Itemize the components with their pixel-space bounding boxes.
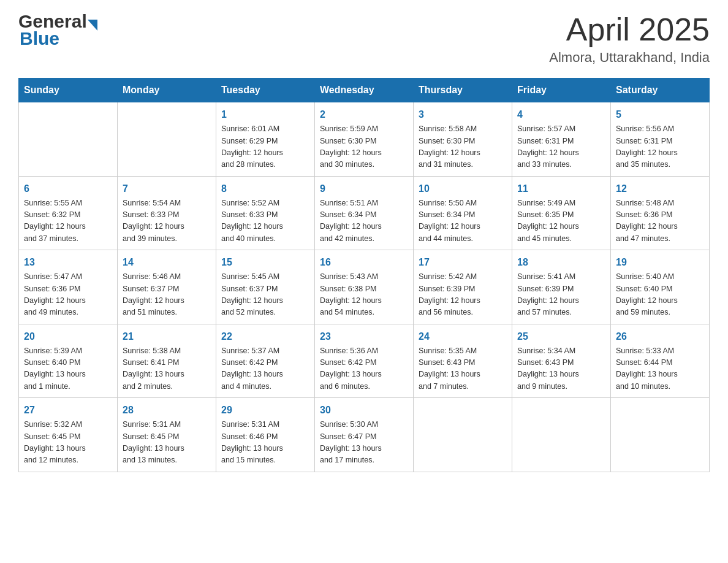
day-number: 21	[123, 329, 211, 344]
day-info: Sunrise: 5:56 AMSunset: 6:31 PMDaylight:…	[616, 123, 704, 171]
calendar-cell: 6Sunrise: 5:55 AMSunset: 6:32 PMDaylight…	[19, 176, 118, 250]
day-info: Sunrise: 5:40 AMSunset: 6:40 PMDaylight:…	[616, 271, 704, 319]
calendar-cell: 3Sunrise: 5:58 AMSunset: 6:30 PMDaylight…	[414, 102, 512, 177]
title-block: April 2025 Almora, Uttarakhand, India	[549, 12, 710, 66]
day-number: 17	[419, 255, 507, 270]
calendar-header-wednesday: Wednesday	[315, 79, 414, 102]
day-number: 29	[221, 403, 309, 418]
calendar-cell	[512, 398, 611, 472]
day-info: Sunrise: 5:47 AMSunset: 6:36 PMDaylight:…	[24, 271, 112, 319]
day-number: 27	[24, 403, 112, 418]
calendar-cell: 8Sunrise: 5:52 AMSunset: 6:33 PMDaylight…	[216, 176, 315, 250]
day-info: Sunrise: 5:35 AMSunset: 6:43 PMDaylight:…	[419, 345, 507, 393]
day-number: 26	[616, 329, 704, 344]
day-info: Sunrise: 5:39 AMSunset: 6:40 PMDaylight:…	[24, 345, 112, 393]
calendar-cell	[414, 398, 512, 472]
calendar-table: SundayMondayTuesdayWednesdayThursdayFrid…	[18, 78, 710, 472]
day-info: Sunrise: 5:55 AMSunset: 6:32 PMDaylight:…	[24, 197, 112, 245]
calendar-cell: 30Sunrise: 5:30 AMSunset: 6:47 PMDayligh…	[315, 398, 414, 472]
logo: General Blue	[18, 12, 97, 49]
calendar-cell: 5Sunrise: 5:56 AMSunset: 6:31 PMDaylight…	[611, 102, 710, 177]
day-number: 25	[517, 329, 605, 344]
day-number: 24	[419, 329, 507, 344]
day-info: Sunrise: 5:49 AMSunset: 6:35 PMDaylight:…	[517, 197, 605, 245]
day-info: Sunrise: 5:31 AMSunset: 6:46 PMDaylight:…	[221, 419, 309, 467]
day-number: 30	[320, 403, 408, 418]
day-info: Sunrise: 6:01 AMSunset: 6:29 PMDaylight:…	[221, 123, 309, 171]
calendar-cell: 11Sunrise: 5:49 AMSunset: 6:35 PMDayligh…	[512, 176, 611, 250]
day-info: Sunrise: 5:50 AMSunset: 6:34 PMDaylight:…	[419, 197, 507, 245]
calendar-week-row: 6Sunrise: 5:55 AMSunset: 6:32 PMDaylight…	[19, 176, 710, 250]
day-number: 12	[616, 182, 704, 196]
logo-flag-icon	[88, 20, 97, 31]
page-title: April 2025	[549, 12, 710, 47]
calendar-header-thursday: Thursday	[414, 79, 512, 102]
calendar-cell: 15Sunrise: 5:45 AMSunset: 6:37 PMDayligh…	[216, 250, 315, 324]
calendar-cell: 25Sunrise: 5:34 AMSunset: 6:43 PMDayligh…	[512, 324, 611, 398]
page-header: General Blue April 2025 Almora, Uttarakh…	[18, 12, 710, 66]
day-number: 22	[221, 329, 309, 344]
day-number: 18	[517, 255, 605, 270]
day-number: 1	[221, 107, 309, 122]
calendar-week-row: 1Sunrise: 6:01 AMSunset: 6:29 PMDaylight…	[19, 102, 710, 177]
day-number: 15	[221, 255, 309, 270]
day-number: 10	[419, 182, 507, 196]
day-info: Sunrise: 5:31 AMSunset: 6:45 PMDaylight:…	[123, 419, 211, 467]
day-number: 19	[616, 255, 704, 270]
day-info: Sunrise: 5:36 AMSunset: 6:42 PMDaylight:…	[320, 345, 408, 393]
calendar-cell: 18Sunrise: 5:41 AMSunset: 6:39 PMDayligh…	[512, 250, 611, 324]
day-number: 13	[24, 255, 112, 270]
day-number: 20	[24, 329, 112, 344]
day-info: Sunrise: 5:54 AMSunset: 6:33 PMDaylight:…	[123, 197, 211, 245]
calendar-cell: 2Sunrise: 5:59 AMSunset: 6:30 PMDaylight…	[315, 102, 414, 177]
day-info: Sunrise: 5:43 AMSunset: 6:38 PMDaylight:…	[320, 271, 408, 319]
day-number: 3	[419, 107, 507, 122]
day-info: Sunrise: 5:42 AMSunset: 6:39 PMDaylight:…	[419, 271, 507, 319]
calendar-cell: 26Sunrise: 5:33 AMSunset: 6:44 PMDayligh…	[611, 324, 710, 398]
calendar-header-friday: Friday	[512, 79, 611, 102]
calendar-cell: 29Sunrise: 5:31 AMSunset: 6:46 PMDayligh…	[216, 398, 315, 472]
day-number: 4	[517, 107, 605, 122]
calendar-cell: 13Sunrise: 5:47 AMSunset: 6:36 PMDayligh…	[19, 250, 118, 324]
day-info: Sunrise: 5:59 AMSunset: 6:30 PMDaylight:…	[320, 123, 408, 171]
calendar-cell: 19Sunrise: 5:40 AMSunset: 6:40 PMDayligh…	[611, 250, 710, 324]
day-number: 14	[123, 255, 211, 270]
calendar-cell: 14Sunrise: 5:46 AMSunset: 6:37 PMDayligh…	[118, 250, 216, 324]
calendar-cell: 10Sunrise: 5:50 AMSunset: 6:34 PMDayligh…	[414, 176, 512, 250]
logo-blue-text: Blue	[20, 28, 59, 49]
calendar-cell: 20Sunrise: 5:39 AMSunset: 6:40 PMDayligh…	[19, 324, 118, 398]
calendar-cell: 9Sunrise: 5:51 AMSunset: 6:34 PMDaylight…	[315, 176, 414, 250]
day-number: 28	[123, 403, 211, 418]
calendar-cell: 16Sunrise: 5:43 AMSunset: 6:38 PMDayligh…	[315, 250, 414, 324]
calendar-cell: 1Sunrise: 6:01 AMSunset: 6:29 PMDaylight…	[216, 102, 315, 177]
calendar-header-tuesday: Tuesday	[216, 79, 315, 102]
day-number: 23	[320, 329, 408, 344]
calendar-cell: 27Sunrise: 5:32 AMSunset: 6:45 PMDayligh…	[19, 398, 118, 472]
calendar-cell: 17Sunrise: 5:42 AMSunset: 6:39 PMDayligh…	[414, 250, 512, 324]
calendar-header-sunday: Sunday	[19, 79, 118, 102]
calendar-week-row: 20Sunrise: 5:39 AMSunset: 6:40 PMDayligh…	[19, 324, 710, 398]
calendar-header-saturday: Saturday	[611, 79, 710, 102]
day-info: Sunrise: 5:33 AMSunset: 6:44 PMDaylight:…	[616, 345, 704, 393]
calendar-cell: 24Sunrise: 5:35 AMSunset: 6:43 PMDayligh…	[414, 324, 512, 398]
calendar-cell: 4Sunrise: 5:57 AMSunset: 6:31 PMDaylight…	[512, 102, 611, 177]
page-subtitle: Almora, Uttarakhand, India	[549, 50, 710, 66]
calendar-cell: 12Sunrise: 5:48 AMSunset: 6:36 PMDayligh…	[611, 176, 710, 250]
calendar-cell: 23Sunrise: 5:36 AMSunset: 6:42 PMDayligh…	[315, 324, 414, 398]
calendar-cell: 21Sunrise: 5:38 AMSunset: 6:41 PMDayligh…	[118, 324, 216, 398]
calendar-cell	[611, 398, 710, 472]
day-number: 5	[616, 107, 704, 122]
day-number: 7	[123, 182, 211, 196]
day-number: 11	[517, 182, 605, 196]
day-info: Sunrise: 5:52 AMSunset: 6:33 PMDaylight:…	[221, 197, 309, 245]
day-info: Sunrise: 5:48 AMSunset: 6:36 PMDaylight:…	[616, 197, 704, 245]
calendar-week-row: 13Sunrise: 5:47 AMSunset: 6:36 PMDayligh…	[19, 250, 710, 324]
day-info: Sunrise: 5:57 AMSunset: 6:31 PMDaylight:…	[517, 123, 605, 171]
day-info: Sunrise: 5:46 AMSunset: 6:37 PMDaylight:…	[123, 271, 211, 319]
calendar-cell: 7Sunrise: 5:54 AMSunset: 6:33 PMDaylight…	[118, 176, 216, 250]
day-number: 2	[320, 107, 408, 122]
calendar-header-monday: Monday	[118, 79, 216, 102]
day-info: Sunrise: 5:32 AMSunset: 6:45 PMDaylight:…	[24, 419, 112, 467]
day-info: Sunrise: 5:34 AMSunset: 6:43 PMDaylight:…	[517, 345, 605, 393]
logo-block: General Blue	[18, 12, 97, 49]
